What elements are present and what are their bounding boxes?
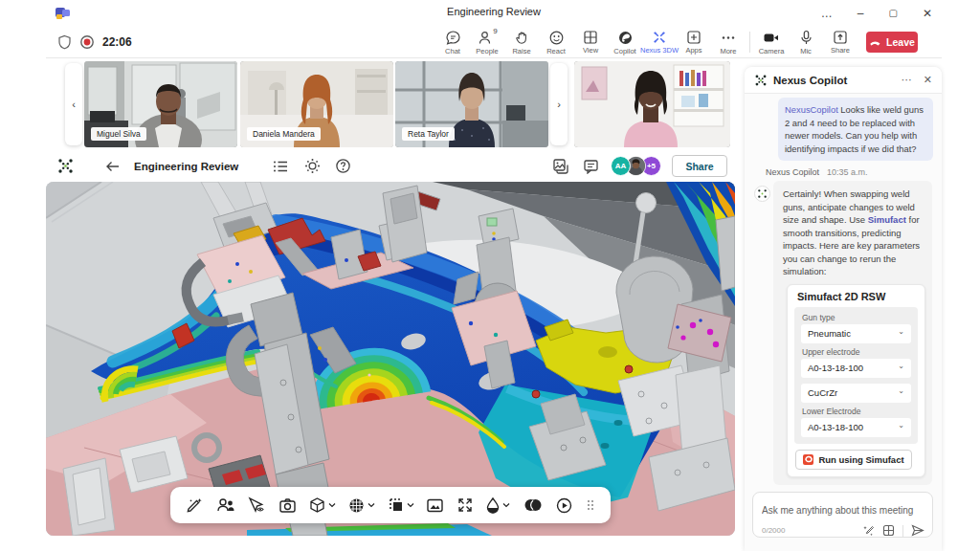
mic-button[interactable]: Mic <box>789 30 823 55</box>
view-grid-icon <box>583 30 598 45</box>
send-icon[interactable] <box>911 524 924 537</box>
viewer-header: Engineering Review AA +5 Share <box>46 151 735 181</box>
field-label-upper-electrode: Upper electrode <box>802 347 911 357</box>
char-counter: 0/2000 <box>762 526 855 535</box>
panel-close-button[interactable]: ✕ <box>924 74 932 86</box>
more-button[interactable]: More <box>711 30 746 55</box>
copilot-panel: Nexus Copilot ⋯ ✕ NexusCopilot Looks lik… <box>745 67 942 551</box>
window-maximize-button[interactable]: ▢ <box>888 8 897 18</box>
panel-more-button[interactable]: ⋯ <box>902 74 912 86</box>
carousel-next-button[interactable]: › <box>550 63 568 145</box>
brightness-icon[interactable] <box>304 158 321 174</box>
copilot-button[interactable]: Copilot <box>608 30 642 55</box>
nexus-copilot-logo-icon <box>754 74 768 87</box>
apps-button[interactable]: Apps <box>677 30 711 55</box>
meeting-timer: 22:06 <box>102 35 132 49</box>
copilot-icon <box>617 30 634 46</box>
view-cube-button[interactable] <box>308 496 336 515</box>
voxel-mesh-button[interactable] <box>347 496 375 515</box>
video-tile-participant-4[interactable] <box>574 61 730 147</box>
video-tile-reta[interactable]: Reta Taylor <box>395 61 548 147</box>
material-droplet-button[interactable] <box>485 496 510 515</box>
people-button[interactable]: 9 People <box>470 30 504 55</box>
nexus-3dw-icon <box>652 30 667 45</box>
run-simufact-button[interactable]: Run using Simufact <box>795 450 912 470</box>
participant-avatars[interactable]: AA +5 <box>611 156 661 176</box>
shield-icon <box>57 34 72 50</box>
copilot-input[interactable] <box>762 505 924 516</box>
simufact-link[interactable]: Simufact <box>868 214 906 225</box>
rewrite-sparkle-icon[interactable] <box>862 524 875 537</box>
share-screen-button[interactable]: Share <box>823 30 858 55</box>
lower-electrode-select[interactable]: A0-13-18-100⌄ <box>801 418 911 437</box>
participant-name: Reta Taylor <box>402 127 455 141</box>
more-dots-icon <box>721 30 736 46</box>
window-titlebar: Engineering Review … – ▢ ✕ <box>46 0 942 26</box>
follow-cursor-button[interactable] <box>247 496 266 514</box>
help-icon[interactable] <box>335 158 351 174</box>
field-label-lower-electrode: Lower Electrode <box>802 407 911 416</box>
toolbar-separator <box>749 32 750 53</box>
window-title: Engineering Review <box>46 6 942 17</box>
carousel-previous-button[interactable]: ‹ <box>65 63 82 145</box>
chevron-down-icon: ⌄ <box>898 421 904 430</box>
user-message-bubble: NexusCopilot Looks like weld guns 2 and … <box>778 98 933 161</box>
viewer-toolbar <box>170 487 611 523</box>
chat-button[interactable]: Chat <box>435 30 470 55</box>
window-more-button[interactable]: … <box>821 7 833 20</box>
copilot-input-box[interactable]: 0/2000 <box>752 492 933 538</box>
camera-button[interactable]: Camera <box>754 30 789 55</box>
snapshot-camera-button[interactable] <box>278 497 297 514</box>
simufact-card-title: Simufact 2D RSW <box>797 291 918 302</box>
message-meta: Nexus Copilot10:35 a.m. <box>766 167 942 177</box>
toolbar-drag-handle[interactable] <box>586 498 595 512</box>
image-frame-button[interactable] <box>426 497 444 514</box>
input-separator <box>902 525 903 537</box>
chat-icon <box>445 30 461 46</box>
react-button[interactable]: React <box>539 30 573 55</box>
people-count: 9 <box>493 27 497 35</box>
gun-type-select[interactable]: Pneumatic⌄ <box>801 324 911 343</box>
viewer-share-button[interactable]: Share <box>672 155 727 177</box>
share-screen-icon <box>833 30 848 45</box>
video-tile-daniela[interactable]: Daniela Mandera <box>240 61 393 147</box>
pages-icon[interactable] <box>552 158 569 174</box>
participant-name: Daniela Mandera <box>247 127 321 141</box>
apps-icon <box>686 30 702 45</box>
chevron-down-icon: ⌄ <box>898 386 904 395</box>
avatar-aa: AA <box>611 156 631 176</box>
nexus-logo-icon <box>56 157 75 175</box>
simulation-scene <box>46 182 735 536</box>
upper-electrode-material-select[interactable]: CuCrZr⌄ <box>801 384 911 403</box>
section-box-button[interactable] <box>388 496 414 514</box>
participant-name: Miguel Silva <box>91 127 146 141</box>
people-icon <box>478 30 492 46</box>
copilot-reply-bubble: Certainly! When swapping weld guns, anti… <box>773 181 932 484</box>
mic-icon <box>798 30 814 46</box>
compare-circles-button[interactable] <box>523 496 544 514</box>
annotate-pen-button[interactable] <box>186 496 204 515</box>
copilot-panel-title: Nexus Copilot <box>773 75 896 86</box>
simufact-logo-icon <box>803 454 813 465</box>
fullscreen-expand-button[interactable] <box>457 496 474 514</box>
copilot-panel-header: Nexus Copilot ⋯ ✕ <box>745 67 942 94</box>
collaborators-button[interactable] <box>216 496 235 514</box>
video-tile-miguel[interactable]: Miguel Silva <box>84 61 237 147</box>
play-animation-button[interactable] <box>555 496 573 515</box>
recording-indicator-icon <box>79 34 95 50</box>
copilot-avatar <box>754 186 770 202</box>
back-arrow-icon[interactable] <box>105 161 120 172</box>
leave-button[interactable]: Leave <box>866 32 918 53</box>
window-close-button[interactable]: ✕ <box>923 7 932 20</box>
prompt-library-icon[interactable] <box>882 524 895 537</box>
nexus-3dw-button[interactable]: Nexus 3DW <box>642 30 677 55</box>
view-button[interactable]: View <box>573 30 608 55</box>
leave-phone-icon <box>869 36 881 49</box>
window-minimize-button[interactable]: – <box>858 7 864 20</box>
list-icon[interactable] <box>273 160 288 173</box>
react-smiley-icon <box>548 30 565 46</box>
upper-electrode-select[interactable]: A0-13-18-100⌄ <box>801 359 911 378</box>
raise-hand-button[interactable]: Raise <box>504 30 539 55</box>
comments-icon[interactable] <box>583 159 599 174</box>
3d-viewport[interactable] <box>46 182 735 536</box>
